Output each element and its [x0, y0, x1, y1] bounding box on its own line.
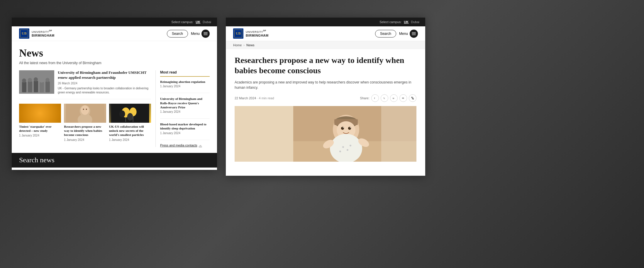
- orange-image: [19, 104, 61, 123]
- university-crest: UB: [19, 28, 29, 39]
- news-card-2[interactable]: UK-US collaboration will unlock new secr…: [109, 104, 151, 143]
- search-button-right[interactable]: Search: [375, 30, 396, 37]
- breadcrumb-home[interactable]: Home: [233, 43, 242, 47]
- svg-rect-4: [204, 33, 208, 34]
- svg-rect-11: [34, 81, 38, 92]
- right-panel: Select campus: UK Dubai UB UNIVERSITYOF …: [226, 18, 425, 176]
- svg-point-27: [119, 110, 125, 117]
- logo-text: UNIVERSITYOF BIRMINGHAM: [32, 30, 55, 37]
- share-facebook-button[interactable]: f: [371, 94, 379, 102]
- svg-point-20: [81, 105, 89, 115]
- nav-right: Search Menu: [167, 30, 210, 38]
- most-read-date-0: 1 January 2024: [160, 85, 210, 88]
- svg-point-16: [45, 78, 50, 82]
- svg-rect-9: [28, 81, 32, 92]
- most-read-date-2: 1 January 2024: [160, 132, 210, 135]
- svg-rect-13: [40, 82, 44, 92]
- share-email-button[interactable]: ✉: [399, 94, 407, 102]
- most-read-item-1[interactable]: University of Birmingham and Rolls-Royce…: [160, 97, 210, 119]
- svg-text:in: in: [393, 97, 394, 99]
- top-bar-right: Select campus: UK Dubai: [226, 18, 425, 26]
- logo[interactable]: UB UNIVERSITYOF BIRMINGHAM: [19, 28, 55, 39]
- svg-point-55: [350, 145, 351, 146]
- breadcrumb-current: News: [246, 43, 255, 47]
- search-button-left[interactable]: Search: [167, 30, 188, 37]
- article-hero-image: [235, 106, 416, 162]
- most-read-date-1: 1 January 2024: [160, 110, 210, 113]
- svg-point-54: [339, 151, 341, 152]
- news-card-title-0: Tiniest 'starquake' ever detected – new …: [19, 124, 61, 133]
- article-title: Researchers propose a new way to identif…: [235, 55, 416, 76]
- article-description: Academics are proposing a new and improv…: [235, 80, 416, 90]
- nav-right-right: Search Menu: [375, 30, 418, 38]
- news-card-0[interactable]: Tiniest 'starquake' ever detected – new …: [19, 104, 61, 143]
- logo-right[interactable]: UB UNIVERSITYOF BIRMINGHAM: [233, 28, 269, 39]
- svg-rect-35: [412, 35, 416, 35]
- top-bar-left: Select campus: UK Dubai: [12, 18, 217, 26]
- breadcrumb-separator: ›: [243, 43, 245, 47]
- search-news-title: Search news: [19, 156, 55, 164]
- featured-article[interactable]: University of Birmingham and Fraunhofer …: [19, 70, 151, 99]
- nav-bar-right: UB UNIVERSITYOF BIRMINGHAM Search Menu: [226, 26, 425, 41]
- campus-dubai-right[interactable]: Dubai: [411, 20, 419, 24]
- svg-point-12: [34, 77, 38, 81]
- balloon-image: [109, 104, 151, 123]
- news-card-img-2: [109, 104, 151, 123]
- article-meta: 22 March 2024 · 4 min read Share: f 𝕏 in: [235, 94, 416, 102]
- svg-rect-3: [204, 32, 208, 33]
- most-read-item-2[interactable]: Blood-based marker developed to identify…: [160, 122, 210, 140]
- share-twitter-button[interactable]: 𝕏: [381, 94, 388, 102]
- svg-text:f: f: [374, 97, 375, 100]
- campus-label: Select campus:: [171, 20, 193, 24]
- share-label: Share:: [360, 96, 370, 100]
- svg-point-26: [127, 113, 133, 121]
- svg-point-8: [22, 78, 26, 83]
- menu-button-right[interactable]: Menu: [399, 30, 418, 38]
- menu-button-left[interactable]: Menu: [191, 30, 210, 38]
- campus-selector: Select campus: UK Dubai: [171, 20, 211, 24]
- news-grid: University of Birmingham and Fraunhofer …: [19, 70, 210, 147]
- svg-point-22: [86, 109, 87, 110]
- svg-point-21: [83, 109, 84, 110]
- menu-icon: [201, 30, 210, 38]
- svg-rect-33: [412, 32, 416, 33]
- featured-article-excerpt: UK - Germany partnership looks to broade…: [58, 86, 151, 95]
- news-cards-row: Tiniest 'starquake' ever detected – new …: [19, 104, 151, 143]
- campus-uk[interactable]: UK: [196, 20, 200, 24]
- svg-text:UB: UB: [22, 31, 27, 35]
- featured-article-date: 26 March 2024: [58, 82, 151, 85]
- most-read-title-2: Blood-based marker developed to identify…: [160, 122, 210, 131]
- campus-uk-right[interactable]: UK: [404, 20, 409, 24]
- news-card-title-2: UK-US collaboration will unlock new secr…: [109, 124, 151, 137]
- most-read-column: Most read Reimagining abortion regulatio…: [155, 70, 210, 147]
- share-linkedin-button[interactable]: in: [390, 94, 398, 102]
- nav-bar-left: UB UNIVERSITYOF BIRMINGHAM Search Menu: [12, 26, 217, 41]
- article-content: Researchers propose a new way to identif…: [226, 49, 425, 168]
- group-photo: [19, 70, 54, 94]
- svg-text:UB: UB: [236, 31, 241, 35]
- article-date: 22 March 2024: [235, 96, 256, 100]
- share-link-button[interactable]: [409, 94, 416, 102]
- page-subtitle: All the latest news from the University …: [19, 61, 210, 65]
- press-contacts-link[interactable]: Press and media contacts →: [160, 144, 210, 147]
- featured-article-text: University of Birmingham and Fraunhofer …: [58, 70, 151, 95]
- svg-rect-42: [235, 106, 293, 162]
- campus-selector-right: Select campus: UK Dubai: [379, 20, 419, 24]
- press-contacts-label: Press and media contacts: [160, 144, 197, 147]
- most-read-title-0: Reimagining abortion regulation: [160, 80, 210, 84]
- svg-point-47: [341, 127, 344, 130]
- svg-rect-5: [204, 35, 208, 35]
- svg-point-10: [28, 78, 32, 82]
- news-card-date-2: 1 January 2024: [109, 138, 151, 141]
- svg-rect-15: [45, 81, 50, 92]
- svg-point-53: [347, 149, 348, 151]
- article-read-time: 4 min read: [259, 96, 274, 100]
- most-read-item-0[interactable]: Reimagining abortion regulation 1 Januar…: [160, 80, 210, 93]
- news-card-img-1: [64, 104, 106, 123]
- campus-dubai[interactable]: Dubai: [203, 20, 211, 24]
- most-read-title: Most read: [160, 70, 210, 77]
- svg-point-52: [342, 146, 344, 148]
- baby-image: [64, 104, 106, 123]
- news-card-1[interactable]: Researchers propose a new way to identif…: [64, 104, 106, 143]
- logo-text-right: UNIVERSITYOF BIRMINGHAM: [246, 30, 269, 37]
